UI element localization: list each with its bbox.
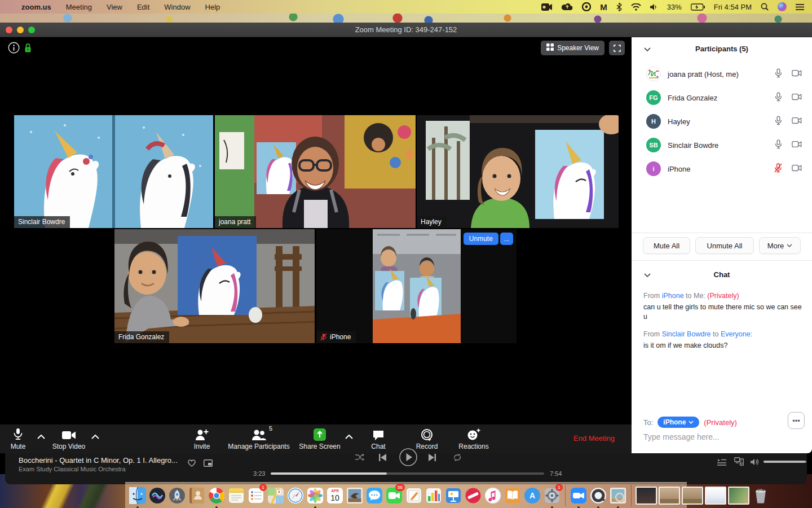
video-tile-joana[interactable]: joana pratt [215, 115, 416, 228]
wifi-icon[interactable] [631, 3, 641, 11]
repeat-icon[interactable] [453, 453, 462, 463]
track-artist[interactable]: Exam Study Classical Music Orchestra [19, 466, 126, 472]
messages-icon[interactable] [365, 486, 383, 505]
video-tile-sinclair[interactable]: Sinclair Bowdre [14, 115, 213, 228]
facetime-icon[interactable]: 56 [385, 486, 403, 505]
launchpad-icon[interactable] [168, 486, 186, 505]
invite-button[interactable]: Invite [186, 427, 218, 450]
share-options-chevron[interactable] [345, 431, 353, 441]
devices-icon[interactable] [734, 457, 744, 468]
system-preferences-icon[interactable]: 1 [543, 486, 561, 505]
play-button[interactable] [399, 448, 417, 468]
trash-icon[interactable] [751, 486, 770, 505]
contacts-icon[interactable] [188, 486, 206, 505]
unmute-participant-button[interactable]: Unmute [464, 233, 498, 245]
bluetooth-icon[interactable] [616, 3, 622, 11]
minimized-window-thumbnail[interactable] [636, 487, 657, 505]
video-tile-frida[interactable]: Frida Gonzalez [114, 229, 315, 343]
queue-icon[interactable] [717, 458, 726, 468]
speaker-view-button[interactable]: Speaker View [541, 41, 604, 55]
itunes-icon[interactable] [484, 486, 502, 505]
mute-all-button[interactable]: Mute All [643, 237, 690, 254]
minimized-window-thumbnail[interactable] [682, 487, 703, 505]
progress-bar[interactable] [271, 472, 544, 475]
app-store-icon[interactable]: A [523, 486, 541, 505]
creative-cloud-icon[interactable] [582, 2, 591, 11]
siri-icon[interactable] [778, 2, 787, 11]
manage-participants-button[interactable]: 5 Manage Participants [223, 427, 295, 450]
video-options-chevron[interactable] [91, 431, 99, 441]
previous-track-icon[interactable] [379, 453, 387, 463]
menu-item-help[interactable]: Help [205, 3, 220, 11]
chat-message-input[interactable] [643, 432, 796, 441]
zoom-camera-status-icon[interactable] [541, 3, 553, 11]
chat-sender-link[interactable]: iPhone [662, 292, 684, 300]
stop-video-button[interactable]: Stop Video [51, 427, 87, 450]
chat-collapse-chevron[interactable] [644, 270, 651, 279]
menu-item-meeting[interactable]: Meeting [66, 3, 92, 11]
chat-sender-link[interactable]: Sinclair Bowdre [662, 330, 711, 338]
like-heart-icon[interactable] [187, 459, 196, 469]
next-track-icon[interactable] [428, 453, 436, 463]
recipient-select[interactable]: iPhone [657, 417, 699, 428]
reminders-icon[interactable]: 1 [247, 486, 265, 505]
participant-row-frida[interactable]: FG Frida Gonzalez [632, 86, 812, 110]
unmute-all-button[interactable]: Unmute All [695, 237, 754, 254]
meeting-info-icon[interactable] [8, 42, 20, 56]
volume-icon[interactable] [650, 3, 658, 11]
notification-center-icon[interactable] [796, 3, 804, 11]
cloud-sync-icon[interactable] [562, 3, 573, 11]
participants-collapse-chevron[interactable] [644, 45, 651, 53]
calendar-icon[interactable]: APR10 [326, 486, 344, 505]
chat-button[interactable]: Chat [365, 427, 391, 450]
numbers-icon[interactable] [425, 486, 443, 505]
finder-icon[interactable] [129, 486, 147, 505]
menu-app-name[interactable]: zoom.us [21, 3, 51, 11]
reactions-button[interactable]: Reactions [456, 427, 492, 450]
zoom-app-icon[interactable] [570, 486, 588, 505]
participant-row-joana[interactable]: joana pratt (Host, me) [632, 62, 812, 86]
minimized-browser-thumbnail[interactable] [705, 487, 726, 505]
screenshot-preview-icon[interactable] [609, 486, 627, 505]
menu-item-window[interactable]: Window [164, 3, 190, 11]
minimized-photo-thumbnail[interactable] [728, 487, 749, 505]
shuffle-icon[interactable] [355, 453, 365, 463]
chrome-icon[interactable] [208, 486, 226, 505]
participant-row-iphone[interactable]: i iPhone [632, 157, 812, 181]
minimized-window-thumbnail[interactable] [659, 487, 680, 505]
more-button[interactable]: More [759, 237, 801, 254]
bird-photo-app-icon[interactable] [346, 486, 364, 505]
video-tile-iphone[interactable]: Unmute ... iPhone [316, 229, 517, 343]
fullscreen-button[interactable] [609, 41, 625, 55]
malwarebytes-icon[interactable]: M [600, 2, 607, 12]
spotlight-search-icon[interactable] [761, 3, 769, 11]
keynote-icon[interactable] [444, 486, 462, 505]
siri-icon[interactable] [148, 486, 166, 505]
participant-row-hayley[interactable]: H Hayley [632, 110, 812, 133]
share-screen-button[interactable]: Share Screen [298, 427, 342, 450]
tile-more-options-button[interactable]: ... [500, 233, 513, 245]
safari-icon[interactable] [286, 486, 304, 505]
quicktime-icon[interactable] [589, 486, 607, 505]
menu-clock[interactable]: Fri 4:54 PM [714, 3, 752, 11]
books-icon[interactable] [504, 486, 522, 505]
photos-icon[interactable] [306, 486, 324, 505]
maps-icon[interactable] [267, 486, 285, 505]
menu-item-view[interactable]: View [107, 3, 122, 11]
video-tile-hayley[interactable]: Hayley [417, 115, 619, 228]
record-button[interactable]: Record [412, 427, 442, 450]
menu-item-edit[interactable]: Edit [137, 3, 149, 11]
notes-icon[interactable] [227, 486, 245, 505]
track-title[interactable]: Boccherini - Quartet in C Minor, Op. 1 I… [19, 456, 178, 465]
chat-more-options-button[interactable]: ••• [788, 412, 805, 429]
mute-options-chevron[interactable] [37, 431, 45, 441]
volume-icon[interactable] [751, 458, 760, 468]
participant-row-sinclair[interactable]: SB Sinclair Bowdre [632, 133, 812, 157]
battery-icon[interactable] [691, 3, 705, 11]
volume-slider[interactable] [764, 461, 807, 463]
picture-in-picture-icon[interactable] [204, 459, 213, 469]
mute-button[interactable]: Mute [6, 427, 30, 450]
end-meeting-button[interactable]: End Meeting [573, 434, 615, 443]
pages-icon[interactable] [405, 486, 423, 505]
no-entry-app-icon[interactable] [464, 486, 482, 505]
